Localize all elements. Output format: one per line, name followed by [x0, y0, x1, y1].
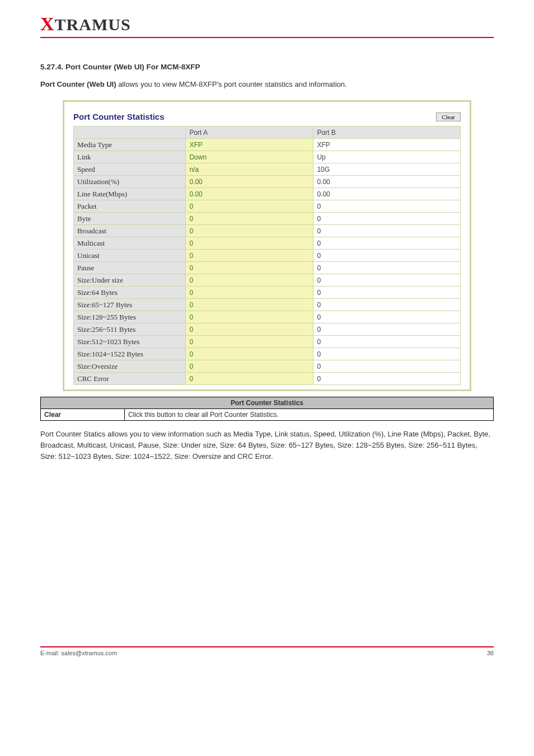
table-row: Size:Under size00 [74, 274, 461, 287]
row-label: Pause [74, 262, 186, 274]
section-heading: 5.27.4. Port Counter (Web UI) For MCM-8X… [40, 63, 494, 71]
row-port-a-value: 0.00 [186, 188, 313, 200]
clear-button[interactable]: Clear [436, 112, 461, 121]
row-port-a-value: 0 [186, 200, 313, 213]
intro-bold: Port Counter (Web UI) [40, 80, 116, 88]
col-header-port-a: Port A [186, 126, 313, 139]
row-port-a-value: 0 [186, 213, 313, 225]
table-row: CRC Error00 [74, 373, 461, 385]
row-port-b-value: 0 [313, 360, 461, 373]
row-port-b-value: 0 [313, 336, 461, 348]
row-label: Size:65~127 Bytes [74, 299, 186, 311]
desc-table-header: Port Counter Statistics [41, 397, 494, 409]
row-port-a-value: 0 [186, 237, 313, 250]
row-port-b-value: 0.00 [313, 176, 461, 188]
row-port-b-value: 0 [313, 311, 461, 323]
row-label: Media Type [74, 139, 186, 151]
row-label: Size:128~255 Bytes [74, 311, 186, 323]
row-port-b-value: 0 [313, 299, 461, 311]
row-label: Line Rate(Mbps) [74, 188, 186, 200]
row-port-b-value: 0 [313, 200, 461, 213]
row-port-a-value: 0 [186, 262, 313, 274]
row-label: CRC Error [74, 373, 186, 385]
row-label: Speed [74, 163, 186, 176]
row-port-a-value: 0 [186, 373, 313, 385]
table-row: Size:64 Bytes00 [74, 287, 461, 299]
table-row: LinkDownUp [74, 151, 461, 163]
row-label: Unicast [74, 250, 186, 262]
table-row: Multicast00 [74, 237, 461, 250]
table-row: Size:65~127 Bytes00 [74, 299, 461, 311]
header-divider [40, 37, 494, 38]
row-port-a-value: 0 [186, 348, 313, 360]
row-port-a-value: 0 [186, 336, 313, 348]
footer-right: 38 [487, 650, 494, 656]
row-port-a-value: 0.00 [186, 176, 313, 188]
row-label: Utilization(%) [74, 176, 186, 188]
panel-title: Port Counter Statistics [73, 112, 165, 121]
body-paragraph: Port Counter Statics allows you to view … [40, 429, 494, 462]
row-port-a-value: 0 [186, 323, 313, 336]
row-port-b-value: 0.00 [313, 188, 461, 200]
row-port-b-value: 0 [313, 274, 461, 287]
table-row: Size:512~1023 Bytes00 [74, 336, 461, 348]
row-port-a-value: 0 [186, 250, 313, 262]
row-port-a-value: Down [186, 151, 313, 163]
row-label: Packet [74, 200, 186, 213]
row-port-a-value: n/a [186, 163, 313, 176]
row-port-b-value: 10G [313, 163, 461, 176]
row-label: Size:64 Bytes [74, 287, 186, 299]
footer-divider [40, 646, 494, 647]
table-row: Byte00 [74, 213, 461, 225]
table-row: ClearClick this button to clear all Port… [41, 409, 494, 421]
row-port-a-value: 0 [186, 287, 313, 299]
row-port-a-value: 0 [186, 360, 313, 373]
row-port-b-value: 0 [313, 262, 461, 274]
desc-row-name: Clear [41, 409, 125, 421]
row-label: Size:256~511 Bytes [74, 323, 186, 336]
row-port-b-value: 0 [313, 225, 461, 237]
table-row: Utilization(%)0.000.00 [74, 176, 461, 188]
table-row: Speedn/a10G [74, 163, 461, 176]
row-label: Size:Oversize [74, 360, 186, 373]
logo-x: X [40, 13, 55, 34]
description-table: Port Counter Statistics ClearClick this … [40, 397, 494, 421]
row-label: Size:1024~1522 Bytes [74, 348, 186, 360]
table-row: Packet00 [74, 200, 461, 213]
row-port-a-value: XFP [186, 139, 313, 151]
row-label: Size:Under size [74, 274, 186, 287]
row-port-a-value: 0 [186, 225, 313, 237]
row-port-a-value: 0 [186, 274, 313, 287]
row-label: Size:512~1023 Bytes [74, 336, 186, 348]
row-port-b-value: 0 [313, 250, 461, 262]
intro-paragraph: Port Counter (Web UI) allows you to view… [40, 79, 494, 90]
table-row: Broadcast00 [74, 225, 461, 237]
table-row: Size:128~255 Bytes00 [74, 311, 461, 323]
row-port-b-value: Up [313, 151, 461, 163]
row-port-b-value: 0 [313, 287, 461, 299]
page-footer: E-mail: sales@xtramus.com 38 [40, 650, 494, 656]
row-label: Link [74, 151, 186, 163]
table-row: Size:256~511 Bytes00 [74, 323, 461, 336]
col-header-port-b: Port B [313, 126, 461, 139]
row-port-b-value: 0 [313, 348, 461, 360]
table-row: Pause00 [74, 262, 461, 274]
desc-row-desc: Click this button to clear all Port Coun… [125, 409, 494, 421]
col-header-blank [74, 126, 186, 139]
logo-rest: TRAMUS [55, 15, 131, 34]
row-label: Broadcast [74, 225, 186, 237]
row-port-b-value: XFP [313, 139, 461, 151]
row-port-a-value: 0 [186, 311, 313, 323]
table-row: Size:1024~1522 Bytes00 [74, 348, 461, 360]
row-label: Byte [74, 213, 186, 225]
row-port-a-value: 0 [186, 299, 313, 311]
table-row: Line Rate(Mbps)0.000.00 [74, 188, 461, 200]
port-counter-panel: Port Counter Statistics Clear Port A Por… [63, 100, 471, 391]
intro-tail: allows you to view MCM-8XFP's port count… [116, 80, 347, 88]
row-port-b-value: 0 [313, 237, 461, 250]
table-row: Size:Oversize00 [74, 360, 461, 373]
row-port-b-value: 0 [313, 323, 461, 336]
brand-logo: XTRAMUS [40, 13, 494, 35]
row-label: Multicast [74, 237, 186, 250]
table-row: Unicast00 [74, 250, 461, 262]
